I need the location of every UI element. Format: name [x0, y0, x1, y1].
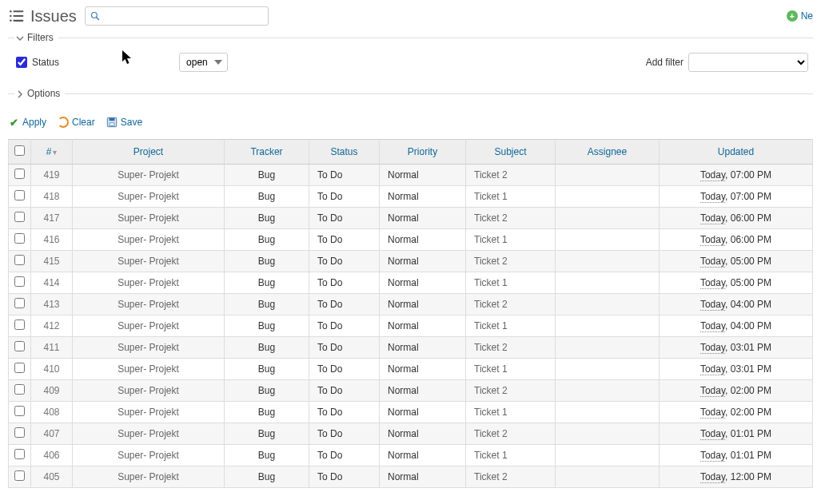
row-priority: Normal — [380, 402, 466, 423]
row-project[interactable]: Super- Projekt — [73, 165, 225, 186]
row-project[interactable]: Super- Projekt — [73, 186, 225, 208]
options-toggle[interactable]: Options — [14, 88, 65, 99]
apply-button[interactable]: ✔ Apply — [8, 117, 46, 128]
table-row[interactable]: 408Super- ProjektBugTo DoNormalTicket 1T… — [9, 402, 813, 423]
row-id[interactable]: 414 — [31, 272, 73, 294]
row-id[interactable]: 419 — [31, 165, 73, 186]
row-project[interactable]: Super- Projekt — [73, 402, 225, 423]
search-input[interactable] — [85, 6, 269, 26]
row-subject[interactable]: Ticket 2 — [466, 251, 556, 272]
row-project[interactable]: Super- Projekt — [73, 315, 225, 337]
new-issue-link[interactable]: + Ne — [787, 10, 813, 22]
row-project[interactable]: Super- Projekt — [73, 294, 225, 315]
row-checkbox[interactable] — [14, 233, 25, 244]
table-row[interactable]: 409Super- ProjektBugTo DoNormalTicket 2T… — [9, 380, 813, 402]
row-subject[interactable]: Ticket 1 — [466, 229, 556, 251]
row-checkbox[interactable] — [14, 212, 25, 222]
table-row[interactable]: 410Super- ProjektBugTo DoNormalTicket 1T… — [9, 359, 813, 380]
row-subject[interactable]: Ticket 2 — [466, 423, 556, 445]
row-subject[interactable]: Ticket 1 — [466, 359, 556, 380]
col-tracker[interactable]: Tracker — [225, 140, 309, 165]
row-subject[interactable]: Ticket 2 — [466, 294, 556, 315]
row-subject[interactable]: Ticket 2 — [466, 380, 556, 402]
table-row[interactable]: 416Super- ProjektBugTo DoNormalTicket 1T… — [9, 229, 813, 251]
table-row[interactable]: 411Super- ProjektBugTo DoNormalTicket 2T… — [9, 337, 813, 359]
table-row[interactable]: 413Super- ProjektBugTo DoNormalTicket 2T… — [9, 294, 813, 315]
table-row[interactable]: 418Super- ProjektBugTo DoNormalTicket 1T… — [9, 186, 813, 208]
row-id[interactable]: 405 — [31, 466, 73, 488]
row-checkbox[interactable] — [14, 384, 25, 395]
row-id[interactable]: 406 — [31, 445, 73, 466]
row-subject[interactable]: Ticket 2 — [466, 208, 556, 229]
row-project[interactable]: Super- Projekt — [73, 423, 225, 445]
row-subject[interactable]: Ticket 1 — [466, 315, 556, 337]
row-checkbox[interactable] — [14, 406, 25, 416]
row-subject[interactable]: Ticket 2 — [466, 337, 556, 359]
row-checkbox[interactable] — [14, 298, 25, 308]
row-checkbox[interactable] — [14, 276, 25, 287]
row-id[interactable]: 407 — [31, 423, 73, 445]
filter-status-operator[interactable]: open — [179, 53, 228, 72]
row-subject[interactable]: Ticket 1 — [466, 272, 556, 294]
row-checkbox[interactable] — [14, 255, 25, 265]
row-project[interactable]: Super- Projekt — [73, 359, 225, 380]
col-updated[interactable]: Updated — [660, 140, 813, 165]
row-checkbox[interactable] — [14, 169, 25, 179]
row-id[interactable]: 408 — [31, 402, 73, 423]
col-id[interactable]: #▾ — [31, 140, 73, 165]
col-project[interactable]: Project — [73, 140, 225, 165]
row-project[interactable]: Super- Projekt — [73, 272, 225, 294]
row-id[interactable]: 409 — [31, 380, 73, 402]
table-row[interactable]: 415Super- ProjektBugTo DoNormalTicket 2T… — [9, 251, 813, 272]
row-tracker: Bug — [225, 294, 309, 315]
row-subject[interactable]: Ticket 1 — [466, 445, 556, 466]
row-project[interactable]: Super- Projekt — [73, 445, 225, 466]
row-checkbox[interactable] — [14, 427, 25, 438]
col-assignee[interactable]: Assignee — [556, 140, 660, 165]
table-row[interactable]: 407Super- ProjektBugTo DoNormalTicket 2T… — [9, 423, 813, 445]
row-id[interactable]: 415 — [31, 251, 73, 272]
table-row[interactable]: 417Super- ProjektBugTo DoNormalTicket 2T… — [9, 208, 813, 229]
clear-button[interactable]: Clear — [58, 117, 95, 128]
row-assignee — [556, 315, 660, 337]
col-priority[interactable]: Priority — [380, 140, 466, 165]
row-project[interactable]: Super- Projekt — [73, 337, 225, 359]
row-id[interactable]: 411 — [31, 337, 73, 359]
row-subject[interactable]: Ticket 1 — [466, 402, 556, 423]
row-checkbox[interactable] — [14, 190, 25, 200]
row-checkbox[interactable] — [14, 449, 25, 459]
row-checkbox[interactable] — [14, 319, 25, 330]
row-project[interactable]: Super- Projekt — [73, 251, 225, 272]
col-status[interactable]: Status — [309, 140, 380, 165]
col-subject[interactable]: Subject — [466, 140, 556, 165]
row-project[interactable]: Super- Projekt — [73, 380, 225, 402]
add-filter-select[interactable] — [688, 53, 808, 72]
row-id[interactable]: 413 — [31, 294, 73, 315]
table-row[interactable]: 419Super- ProjektBugTo DoNormalTicket 2T… — [9, 165, 813, 186]
save-button[interactable]: Save — [106, 117, 142, 128]
row-id[interactable]: 418 — [31, 186, 73, 208]
row-project[interactable]: Super- Projekt — [73, 466, 225, 488]
row-id[interactable]: 416 — [31, 229, 73, 251]
row-id[interactable]: 412 — [31, 315, 73, 337]
row-subject[interactable]: Ticket 2 — [466, 466, 556, 488]
row-project[interactable]: Super- Projekt — [73, 229, 225, 251]
filter-status-checkbox[interactable] — [16, 57, 27, 68]
row-subject[interactable]: Ticket 1 — [466, 186, 556, 208]
table-row[interactable]: 406Super- ProjektBugTo DoNormalTicket 1T… — [9, 445, 813, 466]
row-project[interactable]: Super- Projekt — [73, 208, 225, 229]
row-id[interactable]: 410 — [31, 359, 73, 380]
table-row[interactable]: 412Super- ProjektBugTo DoNormalTicket 1T… — [9, 315, 813, 337]
row-subject[interactable]: Ticket 2 — [466, 165, 556, 186]
row-checkbox[interactable] — [14, 363, 25, 373]
select-all-checkbox[interactable] — [14, 145, 25, 156]
check-icon: ✔ — [8, 117, 19, 128]
row-checkbox[interactable] — [14, 341, 25, 351]
filters-toggle[interactable]: Filters — [14, 32, 58, 43]
page-title: Issues — [30, 7, 77, 26]
svg-point-3 — [10, 10, 12, 12]
table-row[interactable]: 405Super- ProjektBugTo DoNormalTicket 2T… — [9, 466, 813, 488]
row-id[interactable]: 417 — [31, 208, 73, 229]
row-checkbox[interactable] — [14, 470, 25, 481]
table-row[interactable]: 414Super- ProjektBugTo DoNormalTicket 1T… — [9, 272, 813, 294]
